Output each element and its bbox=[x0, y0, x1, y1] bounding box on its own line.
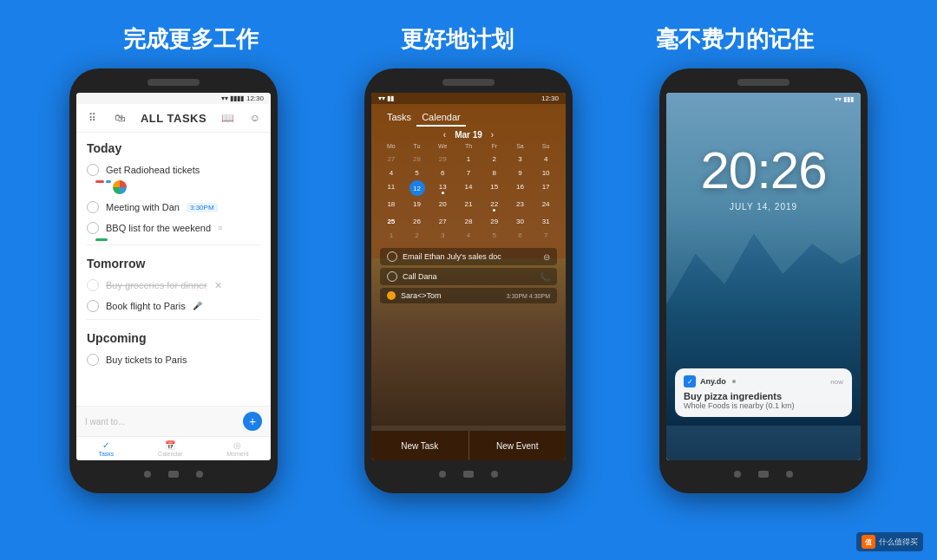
p1-section-upcoming: Upcoming bbox=[76, 322, 271, 349]
p1-divider-2 bbox=[87, 319, 260, 320]
p3-app-icon: ✓ bbox=[684, 375, 696, 387]
p2-dow-sa: Sa bbox=[508, 141, 534, 151]
p1-task-6[interactable]: Buy tickets to Paris bbox=[76, 349, 271, 370]
p3-status-icons: ▾▾ ▮▮▮ bbox=[835, 95, 854, 103]
p1-check-2[interactable] bbox=[87, 201, 99, 213]
p2-time: 12:30 bbox=[541, 94, 559, 102]
p1-accent-dots bbox=[95, 180, 271, 194]
p3-notif-separator bbox=[732, 380, 736, 383]
p1-task-3-attach-icon: ≡ bbox=[218, 224, 222, 232]
p1-recents-btn bbox=[196, 471, 203, 478]
p1-nav-tasks-label: Tasks bbox=[98, 451, 114, 457]
p2-tasks-section: Email Ethan July's sales doc ⊖ Call Dana… bbox=[371, 243, 566, 303]
p3-home-btn bbox=[758, 471, 769, 478]
p1-check-4[interactable] bbox=[87, 279, 99, 291]
header-row: 完成更多工作 更好地计划 毫不费力的记住 bbox=[0, 0, 937, 68]
p3-notification: ✓ Any.do now Buy pizza ingredients Whole… bbox=[675, 368, 852, 417]
p2-task-1-check[interactable] bbox=[387, 251, 397, 262]
p2-dow-su: Su bbox=[533, 141, 559, 151]
p2-week-4: 18 19 20 21 22 23 24 bbox=[378, 198, 559, 214]
p1-divider-1 bbox=[87, 244, 260, 245]
p1-check-1[interactable] bbox=[87, 164, 99, 176]
p1-task-2-tag: 3:30PM bbox=[187, 203, 218, 212]
p1-check-3[interactable] bbox=[87, 222, 99, 234]
p1-input-placeholder[interactable]: I want to... bbox=[85, 417, 125, 427]
p1-task-5[interactable]: Book flight to Paris 🎤 bbox=[76, 296, 271, 316]
p3-bottom-bar bbox=[666, 466, 861, 483]
p1-nav-tasks-icon: ✓ bbox=[102, 440, 109, 450]
p1-section-today: Today bbox=[76, 133, 271, 160]
p1-task-2[interactable]: Meeting with Dan 3:30PM bbox=[76, 197, 271, 218]
p1-inbox-icon[interactable]: 🛍 bbox=[113, 111, 127, 125]
p2-tab-calendar[interactable]: Calendar bbox=[416, 109, 466, 127]
p1-task-1[interactable]: Get Radiohead tickets bbox=[76, 160, 271, 180]
p3-notif-title: Buy pizza ingredients bbox=[684, 391, 843, 401]
p2-dow-mo: Mo bbox=[378, 141, 404, 151]
watermark-logo-icon: 值 bbox=[862, 535, 875, 549]
p1-check-5[interactable] bbox=[87, 300, 99, 312]
p2-calendar-grid: Mo Tu We Th Fr Sa Su 27 28 29 1 2 bbox=[371, 141, 566, 242]
p2-new-event-btn[interactable]: New Event bbox=[469, 431, 567, 460]
p2-week-3: 11 12 13 14 15 16 17 bbox=[378, 180, 559, 197]
p2-back-btn bbox=[439, 471, 446, 478]
p1-nav-tasks[interactable]: ✓ Tasks bbox=[98, 440, 114, 457]
p1-task-2-text: Meeting with Dan bbox=[106, 202, 180, 212]
p1-task-3-text: BBQ list for the weekend bbox=[106, 223, 211, 233]
header-title-1: 完成更多工作 bbox=[123, 24, 259, 55]
p2-recents-btn bbox=[491, 471, 498, 478]
p1-smiley-icon[interactable]: ☺ bbox=[248, 111, 262, 125]
p2-tab-tasks[interactable]: Tasks bbox=[382, 109, 416, 127]
p2-next-month[interactable]: › bbox=[491, 130, 494, 140]
p3-content: 20:26 JULY 14, 2019 bbox=[666, 106, 861, 212]
p2-event-1[interactable]: Sara<>Tom 3:30PM 4:30PM bbox=[380, 288, 557, 303]
phone-3: ▾▾ ▮▮▮ 20:26 JULY 14, 2019 ✓ Any.do now … bbox=[659, 68, 868, 493]
p1-toolbar-title: ALL TASKS bbox=[141, 112, 206, 125]
p2-task-1-icon: ⊖ bbox=[543, 252, 550, 262]
p1-task-5-mic-icon: 🎤 bbox=[193, 302, 202, 310]
p1-task-4[interactable]: Buy groceries for dinner ✕ bbox=[76, 275, 271, 296]
p2-cal-nav: ‹ Mar 19 › bbox=[371, 127, 566, 141]
p2-event-text: Sara<>Tom bbox=[401, 291, 501, 300]
p1-task-1-text: Get Radiohead tickets bbox=[106, 165, 200, 175]
p3-app-name: Any.do bbox=[700, 377, 726, 386]
p2-prev-month[interactable]: ‹ bbox=[443, 130, 446, 140]
p1-add-button[interactable]: + bbox=[243, 412, 262, 431]
p1-nav-calendar[interactable]: 📅 Calendar bbox=[158, 440, 182, 457]
phone-2: ▾▾ ▮▮ 12:30 Tasks Calendar ‹ Mar 19 › bbox=[364, 68, 573, 493]
p2-week-5: 25 26 27 28 29 30 31 bbox=[378, 215, 559, 228]
watermark: 值 什么值得买 bbox=[856, 532, 923, 551]
p2-task-2[interactable]: Call Dana 📞 bbox=[380, 268, 557, 285]
p1-task-5-text: Book flight to Paris bbox=[106, 301, 186, 311]
p1-task-4-delete-icon[interactable]: ✕ bbox=[214, 280, 222, 291]
phones-row: ▾▾ ▮▮▮▮ 12:30 ⠿ 🛍 ALL TASKS 📖 ☺ Today Ge… bbox=[0, 68, 937, 560]
p1-nav-calendar-label: Calendar bbox=[158, 451, 182, 457]
p1-input-bar[interactable]: I want to... + bbox=[76, 406, 271, 436]
p3-date: JULY 14, 2019 bbox=[666, 202, 861, 212]
p1-nav-moment[interactable]: ◎ Moment bbox=[226, 440, 248, 457]
phone-3-screen: ▾▾ ▮▮▮ 20:26 JULY 14, 2019 ✓ Any.do now … bbox=[666, 93, 861, 460]
p1-book-icon[interactable]: 📖 bbox=[220, 111, 234, 125]
header-title-3: 毫不费力的记住 bbox=[656, 24, 814, 55]
p2-task-2-check[interactable] bbox=[387, 271, 397, 282]
p1-statusbar: ▾▾ ▮▮▮▮ 12:30 bbox=[76, 93, 271, 104]
p1-task-3[interactable]: BBQ list for the weekend ≡ bbox=[76, 218, 271, 238]
p2-week-2: 4 5 6 7 8 9 10 bbox=[378, 166, 559, 179]
p2-statusbar: ▾▾ ▮▮ 12:30 bbox=[371, 93, 566, 104]
p1-time: 12:30 bbox=[246, 94, 264, 102]
p3-clock: 20:26 bbox=[666, 140, 861, 200]
p1-nav-moment-label: Moment bbox=[226, 451, 248, 457]
p2-week-6: 1 2 3 4 5 6 7 bbox=[378, 229, 559, 242]
p1-back-btn bbox=[144, 471, 151, 478]
p1-check-6[interactable] bbox=[87, 354, 99, 366]
p2-new-task-btn[interactable]: New Task bbox=[371, 431, 468, 460]
p2-tabs: Tasks Calendar bbox=[371, 104, 566, 127]
p2-bottom-bar bbox=[371, 466, 566, 483]
p2-dow-fr: Fr bbox=[482, 141, 508, 151]
p2-task-1[interactable]: Email Ethan July's sales doc ⊖ bbox=[380, 248, 557, 265]
p2-content: ▾▾ ▮▮ 12:30 Tasks Calendar ‹ Mar 19 › bbox=[371, 93, 566, 303]
p3-recents-btn bbox=[786, 471, 793, 478]
watermark-text: 什么值得买 bbox=[879, 537, 918, 548]
p1-task-6-text: Buy tickets to Paris bbox=[106, 355, 187, 365]
p1-grid-icon[interactable]: ⠿ bbox=[85, 111, 99, 125]
p1-nav-moment-icon: ◎ bbox=[233, 440, 241, 450]
